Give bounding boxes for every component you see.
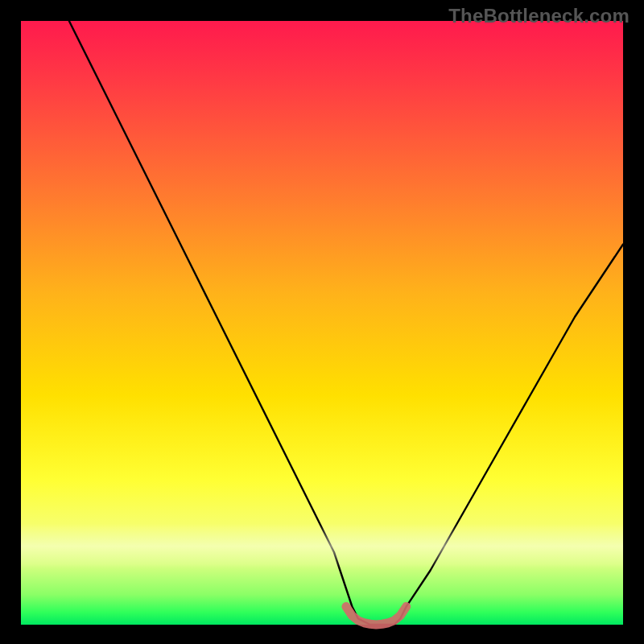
chart-area: [21, 21, 623, 625]
curve-layer: [69, 21, 623, 625]
chart-svg: [21, 21, 623, 625]
series-optimal-band: [346, 607, 407, 625]
series-bottleneck-curve: [69, 21, 623, 625]
watermark-label: TheBottleneck.com: [448, 5, 630, 27]
